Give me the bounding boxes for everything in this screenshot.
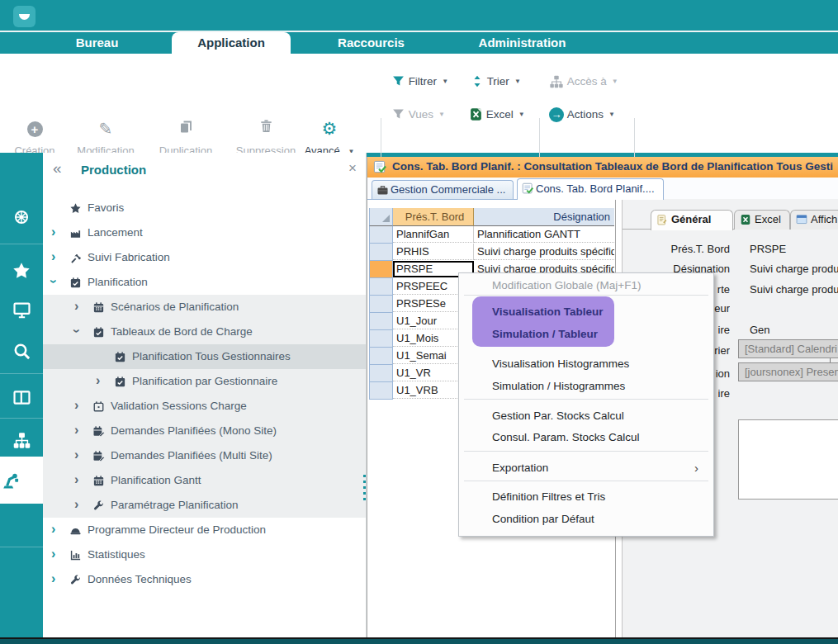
presentation-input[interactable]: [joursnonex] Presen <box>738 362 838 381</box>
row-selector[interactable] <box>369 278 393 296</box>
select-all-cell[interactable] <box>369 208 393 226</box>
module-rail <box>0 153 43 644</box>
sidebar-item-demandes-planifiees-mono-site[interactable]: › Demandes Planifiées (Mono Site) <box>43 419 366 443</box>
row-selector[interactable] <box>369 226 393 244</box>
chevron-right-icon[interactable]: › <box>96 373 100 388</box>
sidebar-item-statistiques[interactable]: › Statistiques <box>43 542 366 567</box>
tab-affichage[interactable]: Affich <box>790 210 838 230</box>
sidebar-item-programme-directeur[interactable]: › Programme Directeur de Production <box>43 518 366 542</box>
actions-button[interactable]: → Actions▼ <box>549 106 615 122</box>
sidebar-item-parametrage-planification[interactable]: › Paramétrage Planification <box>43 493 366 518</box>
sheet-check-icon <box>522 182 534 195</box>
wrench-icon <box>92 500 105 512</box>
sidebar-item-validation-sessions-charge[interactable]: › Validation Sessions Charge <box>43 394 366 419</box>
sitemap-icon <box>549 74 564 89</box>
menu-item-consul-param-stocks-calcul[interactable]: Consul. Param. Stocks Calcul <box>492 430 698 445</box>
ribbon-tab-bureau[interactable]: Bureau <box>50 32 144 54</box>
menu-item-exportation[interactable]: Exportation <box>492 461 698 476</box>
tab-cons-tab-bord-planif[interactable]: Cons. Tab. Bord Planif.... <box>517 178 664 200</box>
menu-item-simulation-histogrammes[interactable]: Simulation / Histogrammes <box>492 379 698 394</box>
sidebar-item-scenarios-planification[interactable]: › Scénarios de Planification <box>43 295 366 320</box>
chevron-right-icon[interactable]: › <box>74 423 78 438</box>
chevron-right-icon[interactable]: › <box>51 225 55 239</box>
acces-a-button[interactable]: Accès à▼ <box>549 73 618 89</box>
row-selector[interactable] <box>369 382 393 400</box>
commentaire-textarea[interactable] <box>738 419 838 500</box>
sidebar-item-planification-tous-gestionnaires[interactable]: Planification Tous Gestionnaires <box>43 344 366 369</box>
sidebar-item-favoris[interactable]: Favoris <box>43 196 366 220</box>
menu-item-simulation-tableur[interactable]: Simulation / Tableur <box>492 327 698 342</box>
dropdown-arrow-icon: ▼ <box>514 78 521 85</box>
menu-item-definition-filtres-tris[interactable]: Définition Filtres et Tris <box>492 490 698 504</box>
chevron-right-icon[interactable]: › <box>51 547 55 561</box>
filtrer-button[interactable]: Filtrer▼ <box>391 73 448 89</box>
document-tab-bar: Gestion Commerciale ... Cons. Tab. Bord … <box>367 178 838 200</box>
calendar-check-icon <box>114 376 126 388</box>
chevron-right-icon[interactable]: › <box>74 299 78 314</box>
sitemap-icon[interactable] <box>0 422 43 458</box>
menu-item-visualisation-histogrammes[interactable]: Visualisation Histogrammes <box>492 357 698 372</box>
panel-splitter-handle[interactable] <box>363 475 366 501</box>
tab-excel[interactable]: Excel <box>734 210 790 230</box>
sidebar-item-tableaux-bord-charge[interactable]: › Tableaux de Bord de Charge <box>43 320 366 344</box>
chevron-right-icon[interactable]: › <box>51 522 55 537</box>
sidebar-item-planification-par-gestionnaire[interactable]: › Planification par Gestionnaire <box>43 369 366 394</box>
favorites-star-icon[interactable] <box>0 252 43 288</box>
sidebar-item-suivi-fabrication[interactable]: › Suivi Fabrication <box>43 245 366 270</box>
sidebar-item-demandes-planifiees-multi-site[interactable]: › Demandes Planifiées (Multi Site) <box>43 443 366 468</box>
chevron-right-icon[interactable]: › <box>74 497 78 512</box>
row-selector[interactable] <box>369 261 393 278</box>
table-row: PlannifGan Plannification GANTT <box>369 226 617 244</box>
table-row: PRHIS Suivi charge produits spécifiques <box>369 244 617 261</box>
chevron-right-icon[interactable]: › <box>51 571 55 586</box>
field-value-gestionnaire: Gen <box>750 324 838 336</box>
search-icon[interactable] <box>0 333 43 369</box>
row-selector[interactable] <box>369 330 393 348</box>
excel-button[interactable]: Excel▼ <box>469 106 525 122</box>
settings-wheel-icon[interactable] <box>0 199 43 235</box>
tab-gestion-commerciale[interactable]: Gestion Commerciale ... <box>372 180 514 199</box>
column-header-pres-t-bord[interactable]: Prés.T. Bord <box>393 208 474 226</box>
ribbon-tab-raccourcis[interactable]: Raccourcis <box>324 32 419 54</box>
row-selector[interactable] <box>369 296 393 313</box>
calendrier-input[interactable]: [Standard] Calendri <box>738 339 838 358</box>
sidebar-item-planification-gantt[interactable]: › Planification Gantt <box>43 468 366 493</box>
nav-panel-title: Production <box>81 163 146 177</box>
menu-item-condition-par-defaut[interactable]: Condition par Défaut <box>492 512 698 527</box>
trier-button[interactable]: Trier▼ <box>471 73 521 89</box>
menu-item-modification-globale[interactable]: Modification Globale (Maj+F1) <box>492 278 698 293</box>
menu-item-gestion-par-stocks-calcul[interactable]: Gestion Par. Stocks Calcul <box>492 409 698 424</box>
chevron-right-icon[interactable]: › <box>74 447 78 462</box>
menu-item-visualisation-tableur[interactable]: Visualisation Tableur <box>492 305 698 320</box>
ribbon-tab-application[interactable]: Application <box>172 32 291 54</box>
row-selector[interactable] <box>369 244 393 261</box>
chevron-right-icon[interactable]: › <box>74 472 78 487</box>
sidebar-item-donnees-techniques[interactable]: › Données Techniques <box>43 567 366 592</box>
tab-general[interactable]: Général <box>651 210 733 230</box>
pencil-icon: ✎ <box>71 118 140 140</box>
row-selector[interactable] <box>369 313 393 330</box>
vues-button[interactable]: Vues▼ <box>391 106 445 122</box>
sort-icon <box>471 74 484 88</box>
menu-separator <box>464 295 708 296</box>
collapse-panel-icon[interactable]: « <box>53 159 62 178</box>
chevron-down-icon[interactable]: › <box>46 279 61 283</box>
chevron-right-icon[interactable]: › <box>74 398 78 413</box>
production-module-tile[interactable] <box>0 457 43 504</box>
select-all-triangle-icon <box>382 215 390 222</box>
row-selector[interactable] <box>369 348 393 365</box>
sidebar-item-lancement[interactable]: › Lancement <box>43 220 366 245</box>
funnel-icon <box>391 74 405 88</box>
ribbon-tab-administration[interactable]: Administration <box>462 32 582 54</box>
row-selector[interactable] <box>369 365 393 382</box>
app-titlebar <box>0 0 838 31</box>
close-panel-icon[interactable]: × <box>348 160 357 177</box>
sidebar-item-planification[interactable]: › Planification <box>43 270 366 295</box>
desktop-monitor-icon[interactable] <box>0 291 43 328</box>
notepad-icon <box>656 214 668 226</box>
column-header-designation[interactable]: Désignation <box>474 208 614 226</box>
app-logo-icon[interactable] <box>13 6 36 27</box>
columns-panel-icon[interactable] <box>0 379 43 415</box>
chevron-right-icon[interactable]: › <box>51 249 55 264</box>
chevron-down-icon[interactable]: › <box>69 329 84 333</box>
